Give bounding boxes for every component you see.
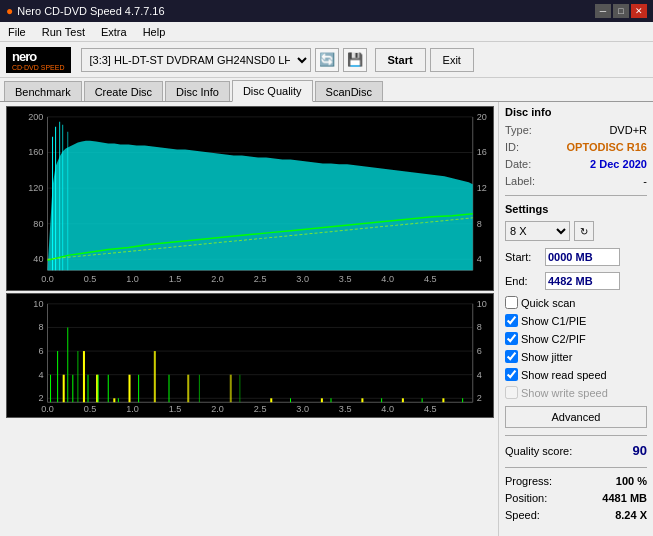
position-row: Position: 4481 MB (505, 492, 647, 504)
svg-rect-65 (83, 351, 85, 402)
title-bar-title: ● Nero CD-DVD Speed 4.7.7.16 (6, 4, 165, 18)
disc-date-value: 2 Dec 2020 (590, 158, 647, 170)
svg-text:6: 6 (477, 346, 482, 356)
svg-rect-68 (129, 375, 131, 403)
show-c2pif-label: Show C2/PIF (521, 333, 586, 345)
menu-file[interactable]: File (4, 25, 30, 39)
show-write-speed-checkbox[interactable] (505, 386, 518, 399)
svg-text:3.0: 3.0 (296, 274, 309, 284)
svg-text:3.5: 3.5 (339, 404, 352, 414)
start-button[interactable]: Start (375, 48, 426, 72)
svg-rect-70 (187, 375, 189, 403)
exit-button[interactable]: Exit (430, 48, 474, 72)
logo-nero-text: nero (12, 49, 65, 64)
svg-text:1.0: 1.0 (126, 274, 139, 284)
svg-rect-64 (63, 375, 65, 403)
disc-type-row: Type: DVD+R (505, 124, 647, 136)
tabs-bar: Benchmark Create Disc Disc Info Disc Qua… (0, 78, 653, 102)
maximize-button[interactable]: □ (613, 4, 629, 18)
tab-create-disc[interactable]: Create Disc (84, 81, 163, 101)
svg-text:1.5: 1.5 (169, 404, 182, 414)
svg-text:4.0: 4.0 (381, 404, 394, 414)
menu-run-test[interactable]: Run Test (38, 25, 89, 39)
right-panel: Disc info Type: DVD+R ID: OPTODISC R16 D… (498, 102, 653, 536)
disc-label-label: Label: (505, 175, 535, 187)
svg-rect-73 (321, 398, 323, 402)
show-write-speed-row: Show write speed (505, 386, 647, 399)
svg-text:4: 4 (477, 370, 482, 380)
quick-scan-checkbox[interactable] (505, 296, 518, 309)
svg-text:4.5: 4.5 (424, 404, 437, 414)
svg-text:2.0: 2.0 (211, 404, 224, 414)
svg-text:8: 8 (477, 219, 482, 229)
quality-value: 90 (633, 443, 647, 458)
tab-disc-info[interactable]: Disc Info (165, 81, 230, 101)
title-bar: ● Nero CD-DVD Speed 4.7.7.16 ─ □ ✕ (0, 0, 653, 22)
menu-help[interactable]: Help (139, 25, 170, 39)
svg-text:80: 80 (33, 219, 43, 229)
svg-text:0.5: 0.5 (84, 274, 97, 284)
app-title: Nero CD-DVD Speed 4.7.7.16 (17, 5, 164, 17)
svg-text:2: 2 (477, 393, 482, 403)
svg-text:0.5: 0.5 (84, 404, 97, 414)
disc-type-value: DVD+R (609, 124, 647, 136)
settings-speed-row: 8 X Max 1 X 2 X 4 X 16 X ↻ (505, 221, 647, 241)
menu-bar: File Run Test Extra Help (0, 22, 653, 42)
disc-info-title: Disc info (505, 106, 647, 118)
svg-text:2: 2 (38, 393, 43, 403)
speed-value: 8.24 X (615, 509, 647, 521)
quick-scan-row: Quick scan (505, 296, 647, 309)
start-field[interactable] (545, 248, 620, 266)
end-field-label: End: (505, 275, 541, 287)
svg-text:0.0: 0.0 (41, 404, 54, 414)
menu-extra[interactable]: Extra (97, 25, 131, 39)
tab-benchmark[interactable]: Benchmark (4, 81, 82, 101)
svg-text:16: 16 (477, 148, 487, 158)
settings-refresh-button[interactable]: ↻ (574, 221, 594, 241)
quality-row: Quality score: 90 (505, 443, 647, 458)
drive-select[interactable]: [3:3] HL-DT-ST DVDRAM GH24NSD0 LH00 (81, 48, 311, 72)
show-c1pie-label: Show C1/PIE (521, 315, 586, 327)
start-field-row: Start: (505, 248, 647, 266)
svg-text:40: 40 (33, 254, 43, 264)
svg-text:3.5: 3.5 (339, 274, 352, 284)
svg-text:4: 4 (477, 254, 482, 264)
speed-select[interactable]: 8 X Max 1 X 2 X 4 X 16 X (505, 221, 570, 241)
svg-text:120: 120 (28, 183, 43, 193)
main-content: 200 160 120 80 40 20 16 12 8 4 0.0 0.5 1… (0, 102, 653, 536)
close-button[interactable]: ✕ (631, 4, 647, 18)
refresh-drive-button[interactable]: 🔄 (315, 48, 339, 72)
svg-text:1.5: 1.5 (169, 274, 182, 284)
minimize-button[interactable]: ─ (595, 4, 611, 18)
svg-rect-75 (402, 398, 404, 402)
advanced-button[interactable]: Advanced (505, 406, 647, 428)
svg-text:8: 8 (477, 323, 482, 333)
tab-scan-disc[interactable]: ScanDisc (315, 81, 383, 101)
disc-date-row: Date: 2 Dec 2020 (505, 158, 647, 170)
progress-label: Progress: (505, 475, 552, 487)
svg-text:200: 200 (28, 112, 43, 122)
show-jitter-checkbox[interactable] (505, 350, 518, 363)
svg-text:10: 10 (33, 299, 43, 309)
show-c2pif-checkbox[interactable] (505, 332, 518, 345)
end-field-row: End: (505, 272, 647, 290)
divider-2 (505, 435, 647, 436)
svg-rect-71 (230, 375, 232, 403)
svg-rect-72 (270, 398, 272, 402)
show-c1pie-checkbox[interactable] (505, 314, 518, 327)
svg-text:8: 8 (38, 323, 43, 333)
svg-text:10: 10 (477, 299, 487, 309)
save-button[interactable]: 💾 (343, 48, 367, 72)
divider-1 (505, 195, 647, 196)
show-c1pie-row: Show C1/PIE (505, 314, 647, 327)
disc-label-row: Label: - (505, 175, 647, 187)
chart-top: 200 160 120 80 40 20 16 12 8 4 0.0 0.5 1… (6, 106, 494, 291)
chart-bottom: 10 8 6 4 2 10 8 6 4 2 0.0 0.5 1.0 1.5 2.… (6, 293, 494, 418)
chart-area: 200 160 120 80 40 20 16 12 8 4 0.0 0.5 1… (0, 102, 498, 536)
show-read-speed-checkbox[interactable] (505, 368, 518, 381)
svg-text:1.0: 1.0 (126, 404, 139, 414)
disc-label-value: - (643, 175, 647, 187)
disc-id-label: ID: (505, 141, 519, 153)
tab-disc-quality[interactable]: Disc Quality (232, 80, 313, 102)
end-field[interactable] (545, 272, 620, 290)
